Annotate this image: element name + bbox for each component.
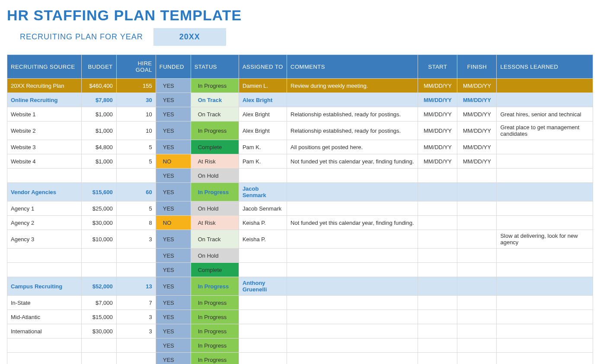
cell-start[interactable]: MM/DD/YY — [418, 93, 457, 107]
cell-start[interactable] — [418, 183, 457, 201]
cell-assigned[interactable] — [239, 249, 287, 263]
cell-finish[interactable] — [457, 230, 497, 249]
cell-assigned[interactable] — [239, 263, 287, 277]
cell-hire[interactable] — [116, 338, 156, 353]
cell-start[interactable] — [418, 310, 457, 324]
cell-budget[interactable] — [81, 249, 116, 263]
cell-finish[interactable]: MM/DD/YY — [457, 79, 497, 93]
cell-assigned[interactable]: Alex Bright — [239, 121, 287, 140]
cell-hire[interactable]: 30 — [116, 93, 156, 107]
cell-lessons[interactable] — [497, 296, 593, 310]
cell-comments[interactable] — [287, 93, 418, 107]
cell-budget[interactable]: $1,000 — [81, 121, 116, 140]
cell-lessons[interactable] — [497, 263, 593, 277]
cell-source[interactable]: In-State — [7, 296, 82, 310]
cell-status[interactable]: In Progress — [191, 324, 239, 338]
cell-budget[interactable]: $1,000 — [81, 107, 116, 121]
cell-source[interactable] — [7, 338, 82, 353]
cell-source[interactable] — [7, 169, 82, 183]
cell-source[interactable]: Online Recruiting — [7, 93, 82, 107]
cell-finish[interactable]: MM/DD/YY — [457, 140, 497, 154]
cell-finish[interactable] — [457, 249, 497, 263]
cell-status[interactable]: At Risk — [191, 216, 239, 230]
cell-finish[interactable] — [457, 183, 497, 201]
cell-status[interactable]: On Track — [191, 107, 239, 121]
cell-status[interactable]: At Risk — [191, 154, 239, 169]
cell-hire[interactable]: 3 — [116, 324, 156, 338]
cell-funded[interactable]: YES — [156, 93, 191, 107]
cell-status[interactable]: In Progress — [191, 338, 239, 353]
cell-funded[interactable]: YES — [156, 201, 191, 216]
cell-assigned[interactable]: Pam K. — [239, 154, 287, 169]
cell-finish[interactable]: MM/DD/YY — [457, 93, 497, 107]
cell-source[interactable] — [7, 249, 82, 263]
cell-funded[interactable]: NO — [156, 154, 191, 169]
cell-source[interactable]: Agency 1 — [7, 201, 82, 216]
cell-start[interactable]: MM/DD/YY — [418, 154, 457, 169]
cell-status[interactable]: On Track — [191, 230, 239, 249]
cell-budget[interactable]: $7,800 — [81, 93, 116, 107]
cell-budget[interactable]: $52,000 — [81, 277, 116, 296]
cell-funded[interactable]: YES — [156, 296, 191, 310]
cell-budget[interactable] — [81, 263, 116, 277]
cell-source[interactable]: Vendor Agencies — [7, 183, 82, 201]
cell-finish[interactable] — [457, 338, 497, 353]
cell-comments[interactable] — [287, 324, 418, 338]
cell-source[interactable]: Website 4 — [7, 154, 82, 169]
cell-funded[interactable]: YES — [156, 310, 191, 324]
cell-assigned[interactable]: Anthony Gruenelli — [239, 277, 287, 296]
cell-budget[interactable]: $10,000 — [81, 230, 116, 249]
subheader-year[interactable]: 20XX — [153, 28, 226, 46]
cell-funded[interactable]: YES — [156, 338, 191, 353]
cell-funded[interactable]: YES — [156, 230, 191, 249]
cell-assigned[interactable]: Keisha P. — [239, 230, 287, 249]
cell-start[interactable] — [418, 263, 457, 277]
cell-finish[interactable] — [457, 201, 497, 216]
cell-source[interactable]: Website 1 — [7, 107, 82, 121]
cell-funded[interactable]: YES — [156, 107, 191, 121]
cell-lessons[interactable]: Slow at delivering, look for new agency — [497, 230, 593, 249]
cell-assigned[interactable]: Damien L. — [239, 79, 287, 93]
cell-hire[interactable]: 60 — [116, 183, 156, 201]
cell-source[interactable]: 20XX Recruiting Plan — [7, 79, 82, 93]
cell-hire[interactable] — [116, 169, 156, 183]
cell-assigned[interactable] — [239, 324, 287, 338]
cell-finish[interactable] — [457, 353, 497, 364]
cell-lessons[interactable] — [497, 183, 593, 201]
cell-budget[interactable]: $15,600 — [81, 183, 116, 201]
cell-lessons[interactable] — [497, 324, 593, 338]
cell-status[interactable]: Complete — [191, 140, 239, 154]
cell-comments[interactable]: Review during weekly meeting. — [287, 79, 418, 93]
cell-comments[interactable] — [287, 338, 418, 353]
cell-comments[interactable]: Not funded yet this calendar year, findi… — [287, 216, 418, 230]
cell-source[interactable]: International — [7, 324, 82, 338]
cell-funded[interactable]: YES — [156, 169, 191, 183]
cell-finish[interactable] — [457, 310, 497, 324]
cell-source[interactable]: Campus Recruiting — [7, 277, 82, 296]
cell-source[interactable]: Website 3 — [7, 140, 82, 154]
cell-funded[interactable]: YES — [156, 324, 191, 338]
cell-lessons[interactable] — [497, 353, 593, 364]
cell-status[interactable]: In Progress — [191, 79, 239, 93]
cell-status[interactable]: On Hold — [191, 249, 239, 263]
cell-budget[interactable]: $4,800 — [81, 140, 116, 154]
cell-hire[interactable]: 5 — [116, 140, 156, 154]
cell-assigned[interactable] — [239, 310, 287, 324]
cell-hire[interactable]: 7 — [116, 296, 156, 310]
cell-comments[interactable] — [287, 201, 418, 216]
cell-comments[interactable] — [287, 169, 418, 183]
cell-finish[interactable] — [457, 169, 497, 183]
cell-status[interactable]: On Hold — [191, 201, 239, 216]
cell-funded[interactable]: YES — [156, 263, 191, 277]
cell-funded[interactable]: NO — [156, 216, 191, 230]
cell-budget[interactable] — [81, 353, 116, 364]
cell-comments[interactable] — [287, 310, 418, 324]
cell-start[interactable] — [418, 324, 457, 338]
cell-finish[interactable]: MM/DD/YY — [457, 107, 497, 121]
cell-start[interactable] — [418, 216, 457, 230]
cell-budget[interactable]: $1,000 — [81, 154, 116, 169]
cell-comments[interactable] — [287, 249, 418, 263]
cell-lessons[interactable] — [497, 338, 593, 353]
cell-finish[interactable] — [457, 296, 497, 310]
cell-status[interactable]: In Progress — [191, 121, 239, 140]
